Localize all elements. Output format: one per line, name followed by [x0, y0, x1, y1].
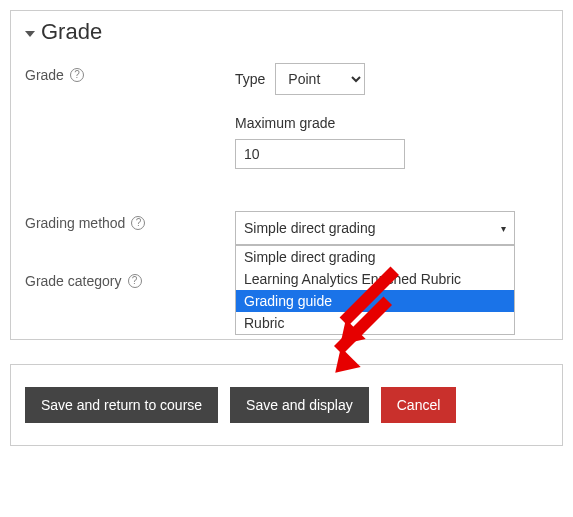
grading-method-option[interactable]: Rubric	[236, 312, 514, 334]
help-icon[interactable]: ?	[131, 216, 145, 230]
grade-category-label-col: Grade category ?	[25, 269, 235, 289]
grade-fields: Type Point Maximum grade	[235, 63, 548, 189]
grade-category-label: Grade category	[25, 273, 122, 289]
grading-method-field: Simple direct grading ▾ Simple direct gr…	[235, 211, 548, 245]
help-icon[interactable]: ?	[70, 68, 84, 82]
grade-max-input[interactable]	[235, 139, 405, 169]
grading-method-dropdown: Simple direct grading Learning Analytics…	[235, 245, 515, 335]
section-title: Grade	[41, 19, 102, 45]
grading-method-select-group: Simple direct grading ▾ Simple direct gr…	[235, 211, 515, 245]
save-display-button[interactable]: Save and display	[230, 387, 369, 423]
save-return-button[interactable]: Save and return to course	[25, 387, 218, 423]
chevron-down-icon: ▾	[501, 223, 506, 234]
grade-section: Grade Grade ? Type Point Maximum grade G…	[10, 10, 563, 340]
help-icon[interactable]: ?	[128, 274, 142, 288]
grading-method-select[interactable]: Simple direct grading ▾	[235, 211, 515, 245]
form-actions: Save and return to course Save and displ…	[10, 364, 563, 446]
section-header[interactable]: Grade	[25, 19, 548, 45]
grading-method-option[interactable]: Learning Analytics Enriched Rubric	[236, 268, 514, 290]
grading-method-option[interactable]: Simple direct grading	[236, 246, 514, 268]
grade-label-col: Grade ?	[25, 63, 235, 83]
grade-type-label: Type	[235, 71, 265, 87]
grade-max-label: Maximum grade	[235, 115, 548, 131]
grading-method-row: Grading method ? Simple direct grading ▾…	[25, 211, 548, 245]
grading-method-label-col: Grading method ?	[25, 211, 235, 231]
grading-method-option[interactable]: Grading guide	[236, 290, 514, 312]
grade-label: Grade	[25, 67, 64, 83]
grade-max-field: Maximum grade	[235, 115, 548, 169]
grade-row: Grade ? Type Point Maximum grade	[25, 63, 548, 189]
grading-method-selected-text: Simple direct grading	[244, 220, 376, 236]
grade-type-field: Type Point	[235, 63, 548, 95]
caret-down-icon	[25, 31, 35, 37]
grade-type-select[interactable]: Point	[275, 63, 365, 95]
grading-method-label: Grading method	[25, 215, 125, 231]
cancel-button[interactable]: Cancel	[381, 387, 457, 423]
